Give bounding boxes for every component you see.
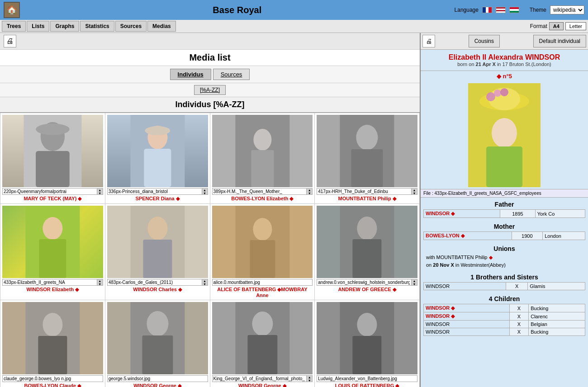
media-img-9[interactable] [2,302,103,374]
person-name-9[interactable]: BOWES-LYON Claude ◆ [24,383,81,387]
filename-input-11[interactable] [212,375,313,382]
filename-input-3[interactable] [212,188,313,195]
filename-arrow-3[interactable]: ▲▼ [306,188,313,195]
svg-point-7 [145,126,170,135]
top-bar: 🏠 Base Royal Language Theme wikipedia cl… [0,0,588,20]
media-img-8[interactable] [317,206,417,278]
media-img-2[interactable] [107,115,208,187]
child-name-1[interactable]: WINDSOR ◆ [424,304,510,312]
filename-input-5[interactable] [2,279,103,286]
svg-rect-16 [39,239,66,278]
person-name-5[interactable]: WINDSOR Elizabeth ◆ [27,287,79,293]
right-panel: 🖨 Cousins Default individual Elizabeth I… [421,33,588,387]
media-img-3[interactable] [212,115,313,187]
media-img-1[interactable] [2,115,103,187]
right-person-photo[interactable] [468,83,541,187]
cousins-button[interactable]: Cousins [469,35,500,47]
person-name-4[interactable]: MOUNTBATTEN Philip ◆ [338,196,396,202]
filename-input-4[interactable] [317,188,417,195]
filename-input-6[interactable] [107,279,208,286]
default-individual-button[interactable]: Default individual [533,35,586,47]
filename-box-10 [107,375,208,382]
filename-arrow-11[interactable]: ▲▼ [306,375,313,382]
filename-arrow-5[interactable]: ▲▼ [97,279,103,286]
filename-box-11: ▲▼ [212,375,313,382]
filename-arrow-6[interactable]: ▲▼ [202,279,208,286]
child-x-2: X [509,312,528,321]
person-name-6[interactable]: WINDSOR Charles ◆ [133,287,182,293]
filename-input-10[interactable] [107,375,208,382]
person-name-12[interactable]: LOUIS OF BATTENBERG ◆ [335,383,399,387]
format-a4[interactable]: A4 [549,22,564,30]
filename-arrow-8[interactable]: ▲▼ [411,279,417,286]
filename-input-9[interactable] [2,375,103,382]
filename-box-7 [212,279,313,286]
sibling-x-1: X [506,283,528,290]
person-name-3[interactable]: BOWES-LYON Elizabeth ◆ [231,196,293,202]
child-name-4[interactable]: WINDSOR [424,328,510,336]
filename-input-7[interactable] [212,279,313,286]
media-img-10[interactable] [107,302,208,374]
child-x-3: X [509,321,528,328]
svg-rect-34 [247,335,277,374]
nav-medias[interactable]: Medias [147,21,176,32]
filename-box-8: ▲▼ [317,279,417,286]
siblings-section: 1 Brothers and Sisters WINDSOR X Glamis [421,270,588,292]
nav-statistics[interactable]: Statistics [80,21,114,32]
print-button[interactable]: 🖨 [4,35,16,47]
sibling-name-1[interactable]: WINDSOR [424,283,506,290]
flag-fr[interactable] [482,7,492,13]
child-name-2[interactable]: WINDSOR ◆ [424,312,510,321]
home-button[interactable]: 🏠 [4,2,20,18]
father-row: WINDSOR ◆ 1895 York Co [424,210,585,218]
media-cell-9: BOWES-LYON Claude ◆ [0,300,105,387]
person-name-8[interactable]: ANDREW OF GREECE ◆ [338,287,396,293]
media-img-11[interactable] [212,302,313,374]
media-img-7[interactable] [212,206,313,278]
filename-arrow-1[interactable]: ▲▼ [97,188,103,195]
media-cell-1: ▲▼ MARY OF TECK (MAY) ◆ [0,113,105,204]
filename-input-12[interactable] [317,375,417,382]
filename-arrow-2[interactable]: ▲▼ [202,188,208,195]
theme-select[interactable]: wikipedia classic dark [550,5,584,14]
father-section: Father WINDSOR ◆ 1895 York Co [421,198,588,220]
media-img-4[interactable] [317,115,417,187]
tab-individus[interactable]: Individus [170,69,211,80]
father-year: 1895 [500,210,535,218]
nav-graphs[interactable]: Graphs [50,21,79,32]
svg-rect-37 [353,336,382,374]
person-name-10[interactable]: WINDSOR George ◆ [133,383,181,387]
person-birth: born on 21 Apr X in 17 Bruton St.(London… [424,61,584,67]
union-with-text[interactable]: with MOUNTBATTEN Philip ◆ [426,255,493,260]
filename-arrow-4[interactable]: ▲▼ [411,188,417,195]
filter-az[interactable]: [%A-ZZ] [194,85,226,95]
person-name-1[interactable]: MARY OF TECK (MAY) ◆ [24,196,81,202]
mother-name[interactable]: BOWES-LYON ◆ [424,232,512,240]
flag-us[interactable] [496,7,506,13]
child-name-3[interactable]: WINDSOR [424,321,510,328]
filename-input-1[interactable] [2,188,103,195]
filename-input-8[interactable] [317,279,417,286]
media-img-5[interactable] [2,206,103,278]
flag-hu[interactable] [509,7,519,13]
nav-lists[interactable]: Lists [27,21,49,32]
nav-sources[interactable]: Sources [115,21,147,32]
person-name-7[interactable]: ALICE OF BATTENBERG ◆MOWBRAY Anne [212,287,313,298]
media-img-6[interactable] [107,206,208,278]
child-x-1: X [509,304,528,312]
right-print-button[interactable]: 🖨 [422,35,435,47]
svg-rect-28 [38,336,67,374]
person-name-2[interactable]: SPENCER Diana ◆ [136,196,180,202]
media-cell-2: ▲▼ SPENCER Diana ◆ [105,113,210,204]
person-name-11[interactable]: WINDSOR George ◆ [238,383,286,387]
person-header: Elizabeth II Alexandra WINDSOR born on 2… [421,50,588,71]
format-letter[interactable]: Letter [565,22,586,30]
media-cell-5: ▲▼ WINDSOR Elizabeth ◆ [0,204,105,300]
tab-sources[interactable]: Sources [213,69,250,80]
father-name[interactable]: WINDSOR ◆ [424,210,500,218]
filename-input-2[interactable] [107,188,208,195]
person-main-name[interactable]: Elizabeth II Alexandra WINDSOR [424,53,584,61]
nav-trees[interactable]: Trees [2,21,26,32]
media-img-12[interactable] [317,302,417,374]
svg-point-18 [147,217,167,240]
